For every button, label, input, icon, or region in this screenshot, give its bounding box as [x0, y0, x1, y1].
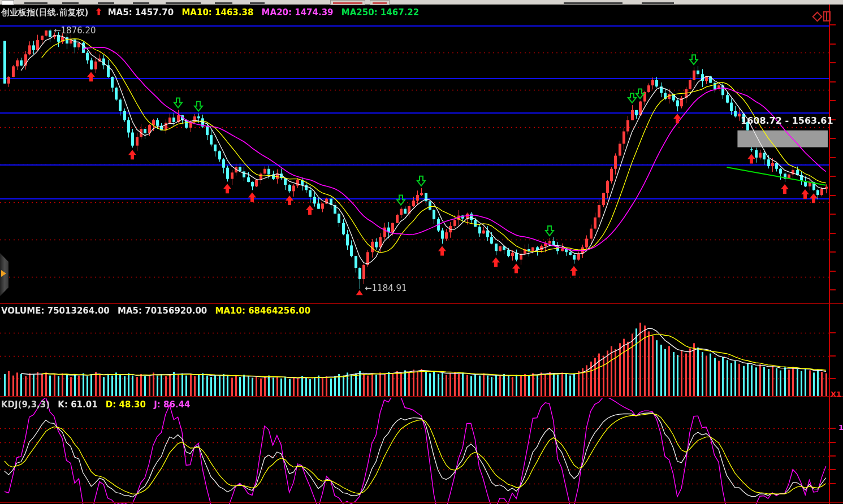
volume-value: VOLUME: 75013264.00: [1, 306, 110, 316]
volume-pane-header: VOLUME: 75013264.00 MA5: 70156920.00 MA1…: [1, 306, 315, 316]
volume-ma5-value: MA5: 70156920.00: [118, 306, 207, 316]
menu-button[interactable]: [370, 0, 390, 5]
page-split-icon[interactable]: [823, 11, 831, 21]
kdj-pane-header: KDJ(9,3,3) K: 61.01 D: 48.30 J: 86.44: [1, 399, 195, 410]
menu-item-mark: [250, 2, 265, 4]
menu-item-mark: [133, 2, 149, 4]
menu-bar[interactable]: [0, 0, 843, 5]
up-arrow-icon: ⬆: [94, 6, 102, 18]
stock-chart-app: 创业板指(日线.前复权)⬆MA5: 1457.70 MA10: 1463.38 …: [0, 0, 843, 504]
menu-item-mark: [62, 2, 79, 4]
kdj-d-value: D: 48.30: [106, 399, 146, 410]
menu-item-mark: [564, 2, 622, 4]
low-price-annotation: ←1184.91: [365, 283, 407, 293]
menu-item-mark: [215, 2, 232, 4]
high-price-annotation: ←1876.20: [54, 25, 96, 36]
chart-canvas[interactable]: [0, 0, 843, 504]
symbol-title: 创业板指(日线.前复权): [1, 7, 88, 18]
volume-ma10-value: MA10: 68464256.00: [215, 306, 311, 316]
menu-item-mark: [642, 2, 674, 4]
kdj-scale-label: 1: [838, 423, 843, 432]
menu-button[interactable]: [330, 0, 365, 5]
kdj-k-value: K: 61.01: [58, 399, 97, 410]
volume-unit-label: X1: [831, 390, 841, 398]
main-pane-header: 创业板指(日线.前复权)⬆MA5: 1457.70 MA10: 1463.38 …: [1, 6, 424, 18]
menu-item-mark: [98, 2, 114, 4]
ma10-value: MA10: 1463.38: [181, 7, 253, 18]
ma20-value: MA20: 1474.39: [262, 7, 334, 18]
expand-arrow-icon: [1, 270, 6, 277]
ma250-value: MA250: 1467.22: [341, 7, 419, 18]
menu-item-mark: [24, 2, 47, 4]
menu-item-mark: [166, 2, 201, 4]
gap-range-annotation: 1608.72 - 1563.61: [741, 115, 833, 126]
kdj-j-value: J: 86.44: [154, 399, 190, 410]
ma5-value: MA5: 1457.70: [108, 7, 174, 18]
menu-icon[interactable]: [2, 0, 14, 5]
kdj-label: KDJ(9,3,3): [1, 399, 50, 410]
